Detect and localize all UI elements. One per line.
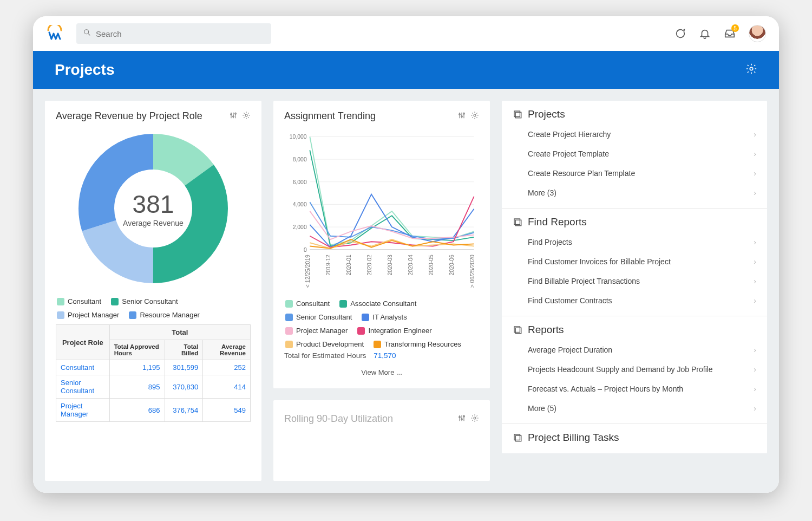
column-trending: Assignment Trending 02,0004,0006,0008,00… [273, 101, 490, 481]
legend-item[interactable]: Consultant [285, 299, 330, 308]
legend-item[interactable]: Product Development [285, 340, 364, 348]
svg-text:0: 0 [304, 247, 307, 253]
search-box[interactable] [76, 23, 271, 44]
svg-point-9 [245, 114, 247, 116]
menu-item[interactable]: Create Project Template› [513, 144, 756, 164]
side-menu: ProjectsCreate Project Hierarchy›Create … [502, 101, 767, 453]
gear-icon[interactable] [242, 111, 251, 122]
col-role: Project Role [56, 325, 110, 360]
card-rolling-utilization: Rolling 90-Day Utilization [273, 400, 490, 481]
gear-icon[interactable] [470, 414, 479, 425]
menu-heading[interactable]: Projects [513, 108, 756, 120]
menu-item[interactable]: Average Project Duration› [513, 340, 756, 360]
avatar[interactable] [749, 25, 766, 42]
sliders-icon[interactable] [457, 111, 466, 122]
chevron-right-icon: › [754, 404, 756, 413]
workday-logo[interactable] [46, 25, 63, 42]
chevron-right-icon: › [754, 149, 756, 158]
menu-section: ReportsAverage Project Duration›Projects… [502, 316, 767, 424]
chevron-right-icon: › [754, 365, 756, 374]
menu-item[interactable]: Forecast vs. Actuals – Project Hours by … [513, 379, 756, 399]
legend-item[interactable]: Project Manager [285, 327, 348, 335]
search-icon [83, 28, 91, 39]
menu-heading[interactable]: Reports [513, 324, 756, 336]
column-revenue: Average Revenue by Project Role [45, 101, 261, 481]
chevron-right-icon: › [754, 346, 756, 354]
view-more-link[interactable]: View More ... [284, 360, 479, 379]
chevron-right-icon: › [754, 188, 756, 197]
role-table: Project RoleTotal Total Approved Hours T… [56, 324, 251, 422]
menu-item[interactable]: Create Resource Plan Template› [513, 164, 756, 183]
menu-item[interactable]: Create Project Hierarchy› [513, 125, 756, 144]
legend-item[interactable]: Senior Consultant [285, 313, 352, 321]
chat-icon[interactable] [674, 28, 686, 40]
svg-point-0 [84, 30, 89, 34]
legend-item[interactable]: Associate Consultant [339, 299, 416, 308]
svg-text:6,000: 6,000 [293, 179, 307, 185]
chevron-right-icon: › [754, 257, 756, 266]
settings-gear-icon[interactable] [745, 63, 757, 77]
svg-text:2020-06: 2020-06 [449, 255, 455, 275]
legend-item[interactable]: Integration Engineer [357, 327, 431, 335]
menu-heading[interactable]: Project Billing Tasks [513, 432, 756, 444]
menu-section: Project Billing Tasks [502, 424, 767, 453]
sliders-icon[interactable] [229, 111, 238, 122]
legend-item[interactable]: Resource Manager [129, 311, 200, 319]
table-row: Project Manager 686 376,754 549 [56, 399, 251, 422]
donut-center-label: Average Revenue [123, 219, 184, 227]
menu-item[interactable]: Find Customer Invoices for Billable Proj… [513, 252, 756, 271]
col-hours: Total Approved Hours [109, 340, 165, 360]
role-link[interactable]: Consultant [56, 360, 110, 375]
menu-item[interactable]: Find Billable Project Transactions› [513, 271, 756, 291]
col-avg: Average Revenue [203, 340, 251, 360]
menu-heading[interactable]: Find Reports [513, 216, 756, 228]
chart-total-value[interactable]: 71,570 [374, 351, 396, 360]
line-legend: Consultant Associate Consultant Senior C… [284, 299, 479, 348]
svg-text:8,000: 8,000 [293, 157, 307, 162]
legend-item[interactable]: IT Analysts [362, 313, 407, 321]
svg-text:< 12/25/2019: < 12/25/2019 [305, 255, 311, 288]
menu-item[interactable]: More (5)› [513, 399, 756, 418]
card-title: Average Revenue by Project Role [56, 110, 202, 122]
card-average-revenue: Average Revenue by Project Role [45, 101, 261, 481]
svg-text:2019-12: 2019-12 [325, 255, 331, 275]
role-link[interactable]: Project Manager [56, 399, 110, 422]
svg-text:4,000: 4,000 [293, 201, 307, 207]
header-icons: 5 [674, 25, 766, 42]
card-title: Rolling 90-Day Utilization [284, 413, 393, 425]
col-billed: Total Billed [165, 340, 203, 360]
role-link[interactable]: Senior Consultant [56, 375, 110, 399]
table-row: Senior Consultant 895 370,830 414 [56, 375, 251, 399]
column-side-menu: ProjectsCreate Project Hierarchy›Create … [502, 101, 767, 481]
legend-item[interactable]: Project Manager [57, 311, 119, 319]
donut-center: 381 Average Revenue [123, 190, 184, 227]
legend-item[interactable]: Senior Consultant [111, 297, 178, 305]
menu-item[interactable]: Find Customer Contracts› [513, 291, 756, 310]
legend-item[interactable]: Consultant [57, 297, 101, 305]
svg-text:2020-01: 2020-01 [346, 255, 352, 275]
inbox-icon[interactable]: 5 [724, 28, 736, 40]
svg-line-1 [88, 34, 90, 35]
svg-text:2020-05: 2020-05 [428, 255, 434, 275]
bell-icon[interactable] [699, 28, 711, 40]
sliders-icon[interactable] [457, 414, 466, 425]
donut-legend: Consultant Senior Consultant Project Man… [56, 297, 251, 319]
menu-item[interactable]: More (3)› [513, 183, 756, 203]
donut-chart[interactable]: 381 Average Revenue [72, 127, 234, 290]
svg-text:2020-02: 2020-02 [366, 255, 372, 275]
col-group-total: Total [109, 325, 250, 340]
content: Average Revenue by Project Role [33, 89, 779, 493]
svg-text:> 06/25/2020: > 06/25/2020 [469, 255, 475, 288]
page-title: Projects [55, 61, 115, 79]
menu-item[interactable]: Projects Headcount Supply and Demand by … [513, 360, 756, 379]
chevron-right-icon: › [754, 277, 756, 285]
legend-item[interactable]: Transforming Resources [374, 340, 461, 348]
search-input[interactable] [96, 29, 265, 38]
svg-text:2020-03: 2020-03 [387, 255, 393, 275]
card-title: Assignment Trending [284, 110, 376, 122]
chevron-right-icon: › [754, 385, 756, 393]
menu-item[interactable]: Find Projects› [513, 232, 756, 252]
top-header: 5 [33, 16, 779, 51]
gear-icon[interactable] [470, 111, 479, 122]
line-chart[interactable]: 02,0004,0006,0008,00010,000< 12/25/20192… [284, 127, 479, 292]
